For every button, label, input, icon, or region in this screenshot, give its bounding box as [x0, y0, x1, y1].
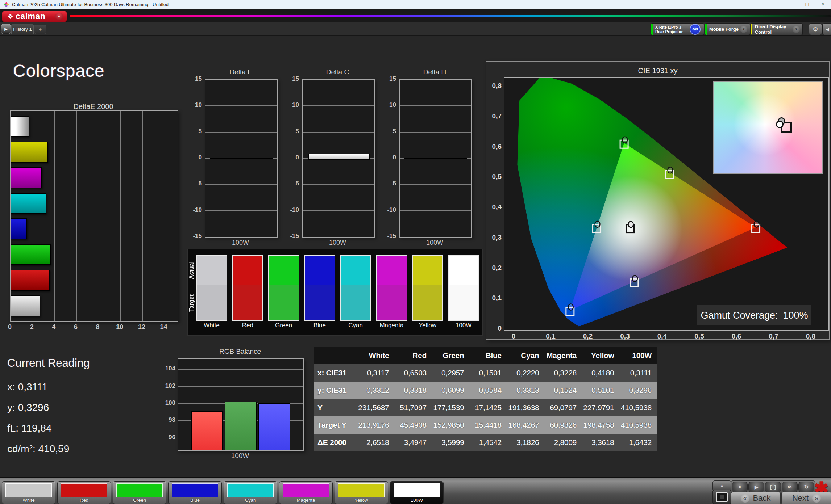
footer-patch-cyan[interactable]: Cyan	[224, 481, 277, 504]
footer-patch-blue[interactable]: Blue	[168, 481, 222, 504]
cie-y-tick: 0,3	[486, 234, 502, 242]
cie-measured-yellow	[668, 167, 673, 173]
delta-c-x-label: 100W	[302, 239, 373, 247]
patch-white	[196, 255, 227, 321]
meter-line1: X-Rite i1Pro 3	[655, 25, 683, 29]
source-dropdown[interactable]: Mobile Forge ▼	[705, 23, 750, 35]
y-tick: 5	[382, 128, 396, 135]
calman-menu-button[interactable]: ❖ calman ▼	[2, 11, 67, 22]
patch-target-swatch	[197, 285, 227, 320]
patch-actual-swatch	[305, 256, 335, 285]
row-label: Target Y	[314, 421, 357, 429]
cie-measured-white	[628, 221, 633, 227]
maximize-button[interactable]: □	[799, 0, 815, 9]
patch-label: Red	[231, 322, 264, 329]
gamut-coverage-label: Gamut Coverage:	[701, 310, 778, 321]
table-value: 51,7097	[394, 403, 432, 412]
deltae-chart	[10, 110, 178, 322]
patch-red	[232, 255, 263, 321]
panel-up-button[interactable]: ▲	[712, 480, 731, 490]
table-value: 0,2220	[507, 369, 544, 377]
footer-patch-yellow[interactable]: Yellow	[335, 481, 388, 504]
footer-patch-label: 100W	[390, 497, 443, 503]
back-button[interactable]: « Back	[731, 492, 781, 504]
tab-history-1[interactable]: History 1	[11, 24, 34, 34]
patch-target-swatch	[233, 285, 262, 320]
reading-y: y: 0,3296	[7, 402, 49, 413]
table-header-row: WhiteRedGreenBlueCyanMagentaYellow100W	[314, 347, 657, 364]
patch-actual-swatch	[341, 256, 370, 285]
patch-actual-swatch	[413, 256, 442, 285]
deltae-bar-white	[11, 295, 40, 316]
y-tick: 15	[382, 75, 396, 83]
table-value: 3,4947	[394, 438, 432, 447]
reading-cdm: cd/m²: 410,59	[7, 443, 69, 455]
history-play-button[interactable]: ▶	[1, 24, 11, 34]
collapse-left-icon: ◀	[826, 27, 829, 32]
next-label: Next	[792, 494, 809, 503]
play-button[interactable]: ▶	[748, 482, 764, 492]
add-tab-button[interactable]: +	[34, 25, 46, 34]
up-arrow-icon: ▲	[720, 483, 724, 487]
row-label: ΔE 2000	[314, 438, 357, 447]
y-tick: 5	[285, 128, 299, 135]
table-value: 1,6432	[619, 438, 657, 447]
stop-button[interactable]: ■	[732, 482, 748, 492]
table-value: 0,3228	[544, 369, 582, 377]
next-button[interactable]: Next »	[781, 492, 831, 504]
meter-line2: Rear Projector	[655, 29, 683, 34]
delta-l-bar	[210, 158, 273, 159]
close-button[interactable]: ×	[815, 0, 831, 9]
rgb-y-tick: 104	[161, 365, 175, 372]
loop-button[interactable]: ↻	[798, 482, 814, 492]
footer-patch-100w[interactable]: 100W	[390, 481, 444, 504]
footer-patch-white[interactable]: White	[2, 481, 55, 504]
y-tick: 10	[285, 101, 299, 109]
cie-x-tick: 0,1	[542, 332, 560, 340]
cie-measured-green	[622, 137, 627, 143]
footer-patch-green[interactable]: Green	[113, 481, 166, 504]
footer-swatch	[227, 483, 274, 497]
cie-whitepoint-inset	[713, 81, 823, 174]
y-tick: 0	[188, 154, 202, 161]
delta-l-x-label: 100W	[205, 239, 276, 247]
cie-y-tick: 0,8	[486, 82, 502, 90]
table-value: 45,4908	[394, 421, 432, 429]
table-value: 168,4267	[507, 421, 544, 429]
footer-patch-red[interactable]: Red	[57, 481, 111, 504]
deltae-x-tick: 0	[4, 323, 15, 331]
play-icon: ▶	[755, 484, 758, 490]
footer-patch-magenta[interactable]: Magenta	[279, 481, 333, 504]
gear-icon: ⚙	[813, 26, 818, 33]
deltae-x-tick: 10	[114, 323, 125, 331]
minimize-button[interactable]: –	[783, 0, 799, 9]
deltae-bar-magenta	[11, 167, 42, 188]
table-value: 3,5999	[432, 438, 469, 447]
table-value: 177,1539	[432, 403, 469, 412]
collapse-panel-button[interactable]: ◀	[822, 23, 831, 35]
read-series-button[interactable]: [··]	[765, 482, 781, 492]
table-value: 0,3296	[619, 386, 657, 395]
y-tick: 15	[188, 75, 202, 83]
deltae-x-tick: 12	[136, 323, 147, 331]
cie-x-tick: 0,4	[653, 332, 671, 340]
continuous-read-button[interactable]: ∞	[782, 482, 798, 492]
settings-gear-button[interactable]: ⚙	[809, 23, 822, 35]
footer-swatch	[172, 483, 218, 497]
rgb-y-tick: 98	[161, 416, 175, 424]
patch-compare-panel: Actual Target WhiteRedGreenBlueCyanMagen…	[187, 249, 483, 336]
cie-x-tick: 0,6	[728, 332, 745, 340]
delta-l-chart: Delta L151050-5-10-15100W	[188, 68, 276, 251]
display-control-dropdown[interactable]: Direct Display Control ▼	[751, 23, 803, 35]
calman-logo-text: calman	[16, 12, 45, 21]
deltae-bar-cyan	[11, 193, 46, 214]
delta-h-plot	[399, 79, 472, 238]
table-value: 231,5687	[357, 403, 394, 412]
patch-target-swatch	[269, 285, 299, 320]
deltae-bar-red	[11, 270, 50, 291]
table-value: 0,4180	[582, 369, 619, 377]
deltae-x-tick: 8	[92, 323, 103, 331]
footer-patch-label: Blue	[169, 497, 221, 503]
target-row-label: Target	[188, 285, 196, 321]
pattern-window-button[interactable]	[712, 490, 731, 504]
